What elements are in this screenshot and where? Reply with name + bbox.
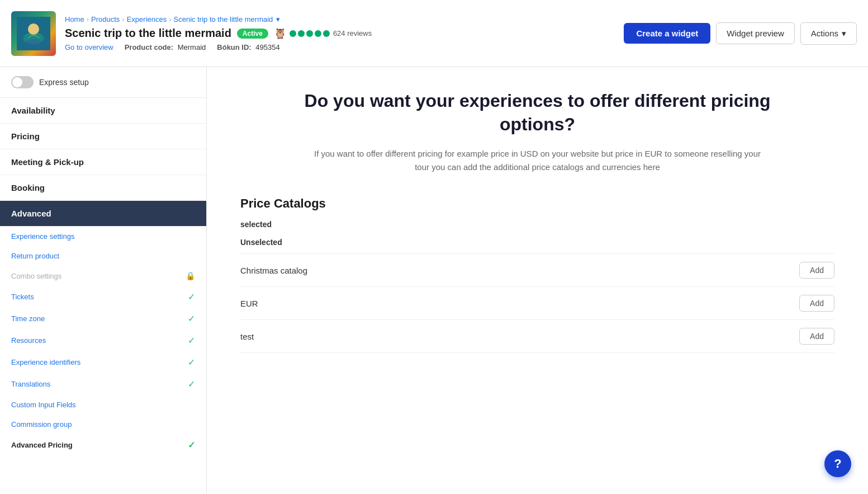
create-widget-button[interactable]: Create a widget	[624, 23, 710, 44]
dot-5	[323, 30, 330, 37]
dot-2	[298, 30, 305, 37]
breadcrumb-chevron-icon: ▾	[276, 15, 280, 23]
sidebar-item-experience-settings[interactable]: Experience settings	[0, 227, 206, 246]
product-code-section: Product code: Mermaid	[125, 43, 206, 51]
bokun-id-value: 495354	[255, 43, 279, 51]
rating-dots	[290, 30, 330, 37]
tripadvisor-icon: 🦉	[274, 27, 286, 40]
product-logo	[11, 11, 56, 56]
widget-preview-label: Widget preview	[727, 29, 784, 38]
sidebar-item-translations[interactable]: Translations ✓	[0, 373, 206, 395]
lock-icon: 🔒	[186, 271, 195, 280]
add-catalog-test-button[interactable]: Add	[799, 328, 834, 345]
breadcrumb-experiences[interactable]: Experiences	[127, 15, 167, 23]
product-code-label: Product code:	[125, 43, 173, 51]
check-icon-timezone: ✓	[188, 313, 195, 324]
help-button[interactable]: ?	[824, 450, 851, 477]
sidebar-item-availability[interactable]: Availability	[0, 98, 206, 124]
sidebar-item-advanced-pricing[interactable]: Advanced Pricing ✓	[0, 434, 206, 456]
actions-label: Actions	[811, 29, 838, 38]
go-to-overview-link[interactable]: Go to overview	[65, 43, 113, 51]
breadcrumb: Home › Products › Experiences › Scenic t…	[65, 15, 624, 23]
sidebar-item-combo-settings: Combo settings 🔒	[0, 266, 206, 286]
header-actions: Create a widget Widget preview Actions ▾	[624, 22, 857, 45]
sidebar-item-custom-input-fields[interactable]: Custom Input Fields	[0, 395, 206, 415]
sidebar-item-commission-group[interactable]: Commission group	[0, 415, 206, 434]
main-subtext: If you want to offer different pricing f…	[314, 147, 761, 174]
dot-4	[315, 30, 321, 37]
catalog-name-eur: EUR	[240, 299, 258, 308]
sidebar-item-tickets[interactable]: Tickets ✓	[0, 286, 206, 308]
dot-3	[306, 30, 313, 37]
check-icon-identifiers: ✓	[188, 357, 195, 368]
unselected-label: Unselected	[240, 238, 834, 247]
check-icon-advanced-pricing: ✓	[188, 440, 195, 450]
help-icon: ?	[834, 457, 841, 471]
sidebar-item-experience-identifiers[interactable]: Experience identifiers ✓	[0, 351, 206, 373]
catalog-row-christmas: Christmas catalog Add	[240, 253, 834, 287]
breadcrumb-sep-2: ›	[122, 15, 124, 23]
sidebar-item-advanced[interactable]: Advanced	[0, 201, 206, 227]
breadcrumb-sep-1: ›	[87, 15, 89, 23]
actions-chevron-icon: ▾	[842, 29, 846, 39]
sidebar-item-booking[interactable]: Booking	[0, 175, 206, 201]
selected-label: selected	[240, 220, 834, 229]
catalog-name-christmas: Christmas catalog	[240, 266, 307, 275]
check-icon-tickets: ✓	[188, 291, 195, 302]
breadcrumb-current[interactable]: Scenic trip to the little mermaid	[174, 15, 273, 23]
express-setup-row: Express setup	[0, 67, 206, 98]
price-catalogs-title: Price Catalogs	[240, 196, 834, 211]
product-code-value: Mermaid	[178, 43, 206, 51]
sidebar-item-pricing[interactable]: Pricing	[0, 124, 206, 149]
dot-1	[290, 30, 296, 37]
add-catalog-christmas-button[interactable]: Add	[799, 262, 834, 279]
check-icon-translations: ✓	[188, 379, 195, 389]
widget-preview-button[interactable]: Widget preview	[716, 22, 795, 44]
product-title-row: Scenic trip to the little mermaid Active…	[65, 27, 624, 40]
actions-button[interactable]: Actions ▾	[800, 22, 857, 45]
sidebar-item-meeting-pickup[interactable]: Meeting & Pick-up	[0, 149, 206, 175]
svg-point-4	[26, 39, 41, 46]
bokun-id-section: Bókun ID: 495354	[217, 43, 279, 51]
breadcrumb-products[interactable]: Products	[91, 15, 120, 23]
breadcrumb-sep-3: ›	[169, 15, 171, 23]
status-badge: Active	[237, 29, 268, 39]
main-content: Do you want your experiences to offer di…	[207, 67, 868, 493]
breadcrumb-home[interactable]: Home	[65, 15, 84, 23]
sidebar-item-time-zone[interactable]: Time zone ✓	[0, 308, 206, 330]
tripadvisor-rating: 🦉 624 reviews	[274, 27, 372, 40]
svg-point-3	[28, 23, 39, 35]
catalog-list: Christmas catalog Add EUR Add test Add	[240, 253, 834, 353]
product-info: Home › Products › Experiences › Scenic t…	[65, 15, 624, 51]
sidebar: Express setup Availability Pricing Meeti…	[0, 67, 207, 493]
price-catalogs-section: Price Catalogs selected Unselected Chris…	[240, 196, 834, 353]
express-setup-label: Express setup	[39, 78, 89, 87]
bokun-id-label: Bókun ID:	[217, 43, 251, 51]
product-title: Scenic trip to the little mermaid	[65, 27, 231, 40]
check-icon-resources: ✓	[188, 335, 195, 346]
page-layout: Express setup Availability Pricing Meeti…	[0, 67, 868, 493]
catalog-row-eur: EUR Add	[240, 287, 834, 320]
page-header: Home › Products › Experiences › Scenic t…	[0, 0, 868, 67]
sidebar-item-resources[interactable]: Resources ✓	[0, 330, 206, 351]
reviews-count: 624 reviews	[333, 29, 372, 37]
catalog-name-test: test	[240, 332, 254, 341]
sidebar-item-return-product[interactable]: Return product	[0, 246, 206, 266]
main-heading: Do you want your experiences to offer di…	[286, 90, 789, 136]
express-setup-toggle[interactable]	[11, 76, 34, 88]
product-meta: Go to overview Product code: Mermaid Bók…	[65, 43, 624, 51]
add-catalog-eur-button[interactable]: Add	[799, 295, 834, 312]
catalog-row-test: test Add	[240, 320, 834, 353]
